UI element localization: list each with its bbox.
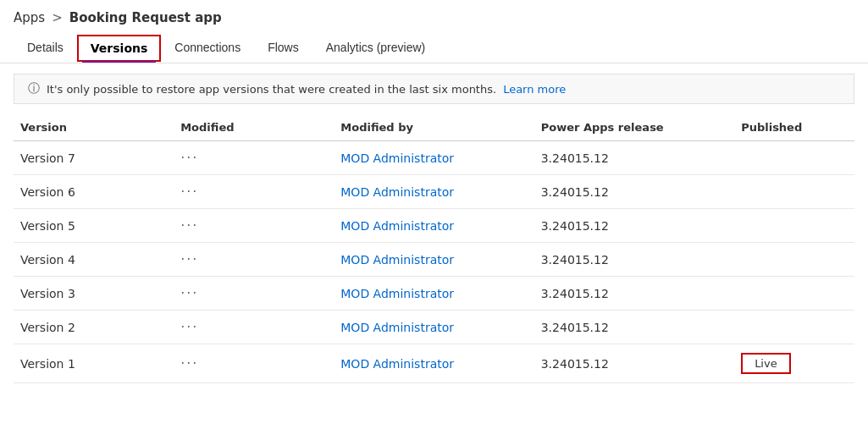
breadcrumb-separator: > xyxy=(52,10,63,25)
more-options-icon[interactable]: ··· xyxy=(180,184,198,200)
cell-version: Version 2 xyxy=(14,311,174,344)
cell-modified-by: MOD Administrator xyxy=(334,141,534,175)
cell-release: 3.24015.12 xyxy=(534,311,734,344)
cell-release: 3.24015.12 xyxy=(534,141,734,175)
col-header-modified: Modified xyxy=(174,114,334,141)
tabs-bar: Details Versions Connections Flows Analy… xyxy=(0,32,868,63)
cell-version: Version 1 xyxy=(14,344,174,383)
cell-modified[interactable]: ··· xyxy=(174,141,334,175)
cell-version: Version 5 xyxy=(14,209,174,243)
versions-table-container: Version Modified Modified by Power Apps … xyxy=(0,114,868,383)
modified-by-link[interactable]: MOD Administrator xyxy=(340,151,454,165)
col-header-published: Published xyxy=(734,114,854,141)
cell-modified-by: MOD Administrator xyxy=(334,311,534,344)
cell-release: 3.24015.12 xyxy=(534,277,734,311)
col-header-modified-by: Modified by xyxy=(334,114,534,141)
modified-by-link[interactable]: MOD Administrator xyxy=(340,219,454,233)
cell-release: 3.24015.12 xyxy=(534,209,734,243)
cell-modified[interactable]: ··· xyxy=(174,311,334,344)
table-row: Version 7···MOD Administrator3.24015.12 xyxy=(14,141,854,175)
tab-versions[interactable]: Versions xyxy=(77,35,162,62)
more-options-icon[interactable]: ··· xyxy=(180,251,198,267)
more-options-icon[interactable]: ··· xyxy=(180,217,198,234)
cell-release: 3.24015.12 xyxy=(534,175,734,209)
cell-release: 3.24015.12 xyxy=(534,344,734,383)
table-row: Version 1···MOD Administrator3.24015.12L… xyxy=(14,344,854,383)
breadcrumb: Apps > Booking Request app xyxy=(0,0,868,32)
cell-published xyxy=(734,311,854,344)
cell-modified[interactable]: ··· xyxy=(174,277,334,311)
more-options-icon[interactable]: ··· xyxy=(180,150,198,166)
cell-published xyxy=(734,277,854,311)
table-row: Version 5···MOD Administrator3.24015.12 xyxy=(14,209,854,243)
cell-published xyxy=(734,209,854,243)
tab-details[interactable]: Details xyxy=(14,32,77,63)
cell-published: Live xyxy=(734,344,854,383)
table-row: Version 2···MOD Administrator3.24015.12 xyxy=(14,311,854,344)
cell-modified[interactable]: ··· xyxy=(174,175,334,209)
modified-by-link[interactable]: MOD Administrator xyxy=(340,287,454,300)
cell-release: 3.24015.12 xyxy=(534,243,734,277)
live-badge: Live xyxy=(741,353,791,374)
col-header-version: Version xyxy=(14,114,174,141)
cell-published xyxy=(734,243,854,277)
cell-modified[interactable]: ··· xyxy=(174,344,334,383)
tab-analytics[interactable]: Analytics (preview) xyxy=(312,32,439,63)
cell-version: Version 6 xyxy=(14,175,174,209)
cell-modified-by: MOD Administrator xyxy=(334,175,534,209)
cell-published xyxy=(734,141,854,175)
more-options-icon[interactable]: ··· xyxy=(180,285,198,301)
cell-modified-by: MOD Administrator xyxy=(334,209,534,243)
table-header-row: Version Modified Modified by Power Apps … xyxy=(14,114,854,141)
cell-modified[interactable]: ··· xyxy=(174,209,334,243)
learn-more-link[interactable]: Learn more xyxy=(503,83,566,96)
more-options-icon[interactable]: ··· xyxy=(180,355,198,371)
cell-modified-by: MOD Administrator xyxy=(334,243,534,277)
table-row: Version 4···MOD Administrator3.24015.12 xyxy=(14,243,854,277)
info-banner: ⓘ It's only possible to restore app vers… xyxy=(14,74,854,104)
modified-by-link[interactable]: MOD Administrator xyxy=(340,253,454,267)
modified-by-link[interactable]: MOD Administrator xyxy=(340,185,454,199)
info-banner-text: It's only possible to restore app versio… xyxy=(47,83,496,96)
tab-flows[interactable]: Flows xyxy=(254,32,312,63)
modified-by-link[interactable]: MOD Administrator xyxy=(340,357,454,371)
cell-version: Version 4 xyxy=(14,243,174,277)
cell-modified-by: MOD Administrator xyxy=(334,344,534,383)
breadcrumb-current: Booking Request app xyxy=(69,10,222,25)
modified-by-link[interactable]: MOD Administrator xyxy=(340,321,454,334)
col-header-release: Power Apps release xyxy=(534,114,734,141)
table-row: Version 3···MOD Administrator3.24015.12 xyxy=(14,277,854,311)
cell-version: Version 3 xyxy=(14,277,174,311)
tab-connections[interactable]: Connections xyxy=(161,32,254,63)
cell-version: Version 7 xyxy=(14,141,174,175)
cell-published xyxy=(734,175,854,209)
versions-table: Version Modified Modified by Power Apps … xyxy=(14,114,854,383)
more-options-icon[interactable]: ··· xyxy=(180,319,198,335)
breadcrumb-apps-link[interactable]: Apps xyxy=(14,10,45,25)
cell-modified-by: MOD Administrator xyxy=(334,277,534,311)
table-row: Version 6···MOD Administrator3.24015.12 xyxy=(14,175,854,209)
cell-modified[interactable]: ··· xyxy=(174,243,334,277)
info-icon: ⓘ xyxy=(28,81,40,96)
